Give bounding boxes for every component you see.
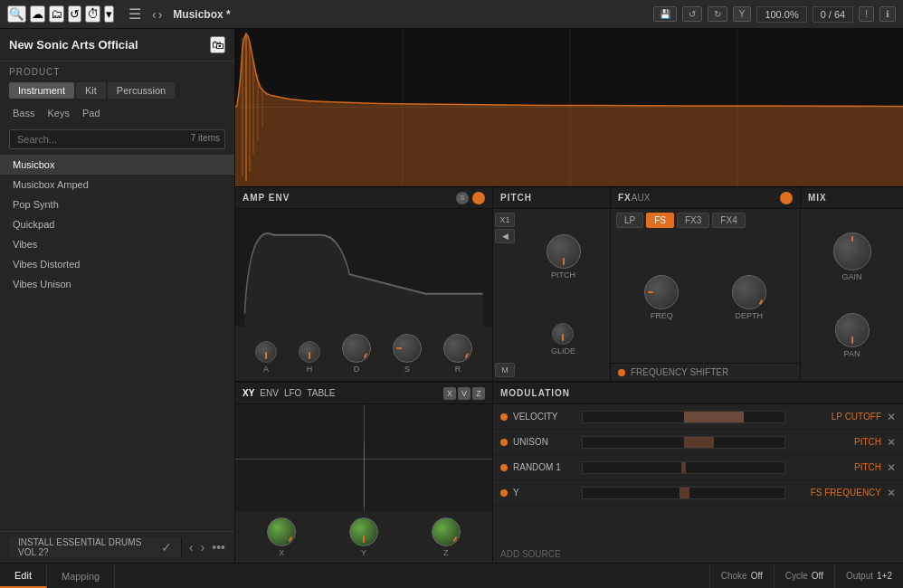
preset-item[interactable]: Quickpad: [0, 214, 234, 234]
panels-row: AMP ENV S: [235, 187, 903, 382]
xy-x-button[interactable]: X: [443, 387, 456, 400]
pan-knob-control[interactable]: [835, 313, 870, 347]
undo-button[interactable]: ↺: [682, 6, 702, 22]
mod-label-velocity: VELOCITY: [513, 412, 576, 422]
xy-x-knob-control[interactable]: [267, 517, 296, 546]
fx-tab-fx4[interactable]: FX4: [712, 213, 745, 228]
mod-bar-velocity[interactable]: [582, 411, 785, 423]
knob-h-control[interactable]: [299, 341, 320, 363]
hamburger-button[interactable]: ☰: [121, 5, 148, 23]
amp-env-s-button[interactable]: S: [456, 192, 469, 204]
mod-bar-random1[interactable]: [582, 461, 785, 474]
knob-d-control[interactable]: [342, 334, 371, 363]
glide-knob-control[interactable]: [552, 323, 574, 345]
sidebar-back-button[interactable]: ‹: [189, 540, 194, 555]
tab-kit[interactable]: Kit: [76, 82, 106, 99]
xy-tab-lfo[interactable]: LFO: [284, 388, 301, 398]
preset-list: Musicbox Musicbox Amped Pop Synth Quickp…: [0, 155, 234, 531]
tab-instrument[interactable]: Instrument: [9, 82, 74, 99]
preset-item[interactable]: Musicbox: [0, 155, 234, 175]
preset-item[interactable]: Vibes Unison: [0, 274, 234, 294]
history-button[interactable]: ⏱: [85, 5, 100, 23]
modulation-panel: MODULATION VELOCITY LP CUTOFF ✕: [493, 383, 903, 563]
exclamation-button[interactable]: !: [859, 6, 874, 22]
cycle-control: Cycle Off: [774, 564, 834, 589]
sidebar-forward-button[interactable]: ›: [201, 540, 205, 555]
depth-knob-control[interactable]: [732, 275, 766, 309]
type-pad[interactable]: Pad: [79, 106, 104, 120]
fx-power-button[interactable]: [780, 192, 793, 204]
pitch-x1-button[interactable]: X1: [495, 213, 515, 227]
knob-s-control[interactable]: [393, 334, 422, 363]
type-bass[interactable]: Bass: [9, 106, 38, 120]
freq-knob: FREQ: [644, 275, 679, 320]
mod-remove-y[interactable]: ✕: [887, 487, 896, 499]
amp-env-power-button[interactable]: [472, 192, 485, 204]
undo-global-button[interactable]: ↺: [68, 5, 81, 23]
search-button[interactable]: 🔍: [7, 5, 26, 23]
preset-item[interactable]: Vibes Distorted: [0, 254, 234, 274]
add-source-button[interactable]: ADD SOURCE: [493, 545, 903, 563]
tab-percussion[interactable]: Percussion: [108, 82, 175, 99]
sidebar-more-button[interactable]: •••: [212, 540, 225, 555]
knob-d: D: [342, 334, 371, 374]
xy-tab-env[interactable]: ENV: [260, 388, 279, 398]
pitch-m-button[interactable]: M: [495, 363, 515, 377]
install-bar: INSTALL ESSENTIAL DRUMS VOL 2? ✓: [9, 537, 182, 557]
pitch-knob-control[interactable]: [547, 234, 581, 269]
xy-tab-xy[interactable]: XY: [242, 388, 254, 398]
nav-forward-button[interactable]: ›: [158, 7, 163, 22]
knob-h-label: H: [307, 365, 313, 374]
dropdown-button[interactable]: ▾: [104, 5, 114, 23]
type-keys[interactable]: Keys: [43, 106, 72, 120]
knob-r-control[interactable]: [443, 334, 472, 363]
freq-knob-control[interactable]: [644, 275, 679, 309]
xy-z-knob-control[interactable]: [432, 517, 461, 546]
gain-knob-control[interactable]: [833, 232, 871, 270]
choke-value[interactable]: Off: [751, 571, 763, 581]
redo-button[interactable]: ↻: [708, 6, 727, 22]
xy-z-button[interactable]: Z: [472, 387, 485, 400]
folder-button[interactable]: 🗂: [49, 5, 64, 23]
knob-a-control[interactable]: [255, 341, 277, 363]
cloud-button[interactable]: ☁: [30, 5, 45, 23]
mod-remove-unison[interactable]: ✕: [887, 436, 896, 449]
mod-label-random1: RANDOM 1: [513, 462, 576, 472]
content-area: AMP ENV S: [235, 29, 903, 563]
xy-tab-table[interactable]: TABLE: [307, 388, 335, 398]
depth-knob: DEPTH: [732, 275, 766, 320]
mod-remove-velocity[interactable]: ✕: [887, 411, 896, 423]
y-button[interactable]: Y: [733, 6, 752, 22]
xy-y-label: Y: [361, 548, 366, 557]
fx-tab-fx3[interactable]: FX3: [677, 213, 709, 228]
waveform-area[interactable]: [235, 29, 903, 187]
mod-bar-unison[interactable]: [582, 436, 785, 449]
mod-row-random1: RANDOM 1 PITCH ✕: [493, 455, 903, 480]
xy-display[interactable]: [235, 404, 492, 512]
mod-bar-y[interactable]: [582, 487, 785, 499]
output-value[interactable]: 1+2: [877, 571, 892, 581]
xy-x-label: X: [279, 548, 284, 557]
preset-item[interactable]: Musicbox Amped: [0, 175, 234, 194]
pitch-back-button[interactable]: ◀: [495, 229, 515, 243]
preset-item[interactable]: Vibes: [0, 234, 234, 254]
tab-mapping[interactable]: Mapping: [47, 564, 115, 588]
save-button[interactable]: 💾: [653, 6, 677, 22]
mod-dot-y: [500, 489, 508, 497]
mod-remove-random1[interactable]: ✕: [887, 461, 896, 474]
info-button[interactable]: ℹ: [879, 6, 896, 22]
sidebar-bag-button[interactable]: 🛍: [210, 36, 225, 53]
xy-y-knob-control[interactable]: [349, 517, 378, 546]
xy-v-button[interactable]: V: [458, 387, 471, 400]
fx-tab-lp[interactable]: LP: [616, 213, 643, 228]
install-confirm-button[interactable]: ✓: [161, 540, 172, 555]
product-tabs: Instrument Kit Percussion: [0, 79, 234, 102]
amp-env-curve: [235, 209, 492, 327]
cycle-value[interactable]: Off: [812, 571, 823, 581]
mod-label-unison: UNISON: [513, 437, 576, 447]
tab-edit[interactable]: Edit: [0, 564, 47, 588]
preset-item[interactable]: Pop Synth: [0, 194, 234, 214]
fx-tab-fs[interactable]: FS: [646, 213, 674, 228]
nav-back-button[interactable]: ‹: [152, 7, 157, 22]
aux-label: AUX: [632, 193, 651, 203]
